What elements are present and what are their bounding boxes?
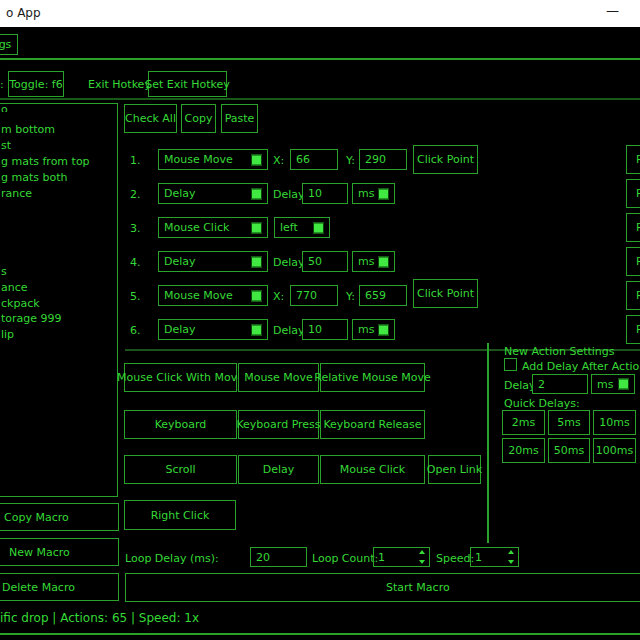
y-input[interactable] [359,149,407,170]
keyboard-press-button[interactable]: Keyboard Press [238,410,319,439]
open-link-button[interactable]: Open Link [428,455,481,484]
remove-action-button[interactable]: R [626,145,640,174]
start-macro-button[interactable]: Start Macro [125,573,640,602]
dropdown-indicator-icon [378,256,389,267]
list-item[interactable]: s [1,265,7,278]
status-bar-text: ific drop | Actions: 65 | Speed: 1x [0,611,199,625]
unit-dropdown[interactable]: ms [352,183,395,204]
x-input[interactable] [290,285,338,306]
quick-delay-10ms-button[interactable]: 10ms [593,410,636,435]
tab-settings[interactable]: gs [0,34,18,55]
action-type-dropdown[interactable]: Delay [158,319,268,340]
click-point-label: Click Point [417,287,474,300]
app-window: o App — gs : Toggle: f6 Exit Hotkey: Set… [0,0,640,640]
spinner-arrows-icon[interactable] [419,550,425,564]
list-item[interactable]: g mats from top [1,155,90,168]
y-input[interactable] [359,285,407,306]
action-type-dropdown[interactable]: Delay [158,183,268,204]
copy-macro-button[interactable]: Copy Macro [0,503,119,531]
spinner-arrows-icon[interactable] [508,550,514,564]
keyboard-release-button[interactable]: Keyboard Release [320,410,425,439]
list-item[interactable]: rance [1,187,32,200]
new-action-settings-title: New Action Settings [504,345,615,358]
relative-mouse-move-button[interactable]: Relative Mouse Move [320,363,425,392]
right-click-button[interactable]: Right Click [124,500,236,530]
toggle-hotkey-button[interactable]: Toggle: f6 [8,71,64,97]
speed-value: 1 [475,551,482,564]
speed-stepper[interactable]: 1 [470,547,519,567]
list-item[interactable]: g mats both [1,171,67,184]
remove-label: R [636,255,640,268]
mouse-click-button[interactable]: Mouse Click [320,455,425,484]
x-input[interactable] [290,149,338,170]
action-type-value: Delay [164,255,196,268]
new-macro-label: New Macro [9,546,70,559]
y-label: Y: [346,154,355,167]
mouse-move-button[interactable]: Mouse Move [238,363,319,392]
paste-button[interactable]: Paste [221,104,258,133]
action-type-dropdown[interactable]: Mouse Move [158,285,268,306]
quick-delay-20ms-button[interactable]: 20ms [502,438,545,463]
copy-button[interactable]: Copy [181,104,216,133]
loop-delay-input[interactable] [250,547,307,567]
minimize-icon[interactable]: — [606,3,619,18]
action-type-value: Delay [164,187,196,200]
click-point-button[interactable]: Click Point [413,279,478,308]
list-item[interactable]: lip [1,328,14,341]
action-type-value: Mouse Move [164,289,233,302]
delete-macro-button[interactable]: Delete Macro [0,573,119,601]
remove-action-button[interactable]: R [626,179,640,208]
unit-dropdown[interactable]: ms [352,251,395,272]
quick-delays-label: Quick Delays: [504,397,580,410]
action-type-dropdown[interactable]: Delay [158,251,268,272]
delay-input[interactable] [302,183,348,204]
nas-unit-value: ms [597,378,613,391]
delay-button[interactable]: Delay [238,455,319,484]
quick-delay-100ms-button[interactable]: 100ms [593,438,636,463]
copy-label: Copy [185,112,213,125]
list-item[interactable]: torage 999 [1,312,62,325]
remove-action-button[interactable]: R [626,315,640,344]
quick-delay-5ms-button[interactable]: 5ms [548,410,590,435]
mouse-button-value: left [280,221,298,234]
add-delay-checkbox-label: Add Delay After Action [522,360,640,373]
remove-action-button[interactable]: R [626,247,640,276]
remove-action-button[interactable]: R [626,213,640,242]
remove-label: R [636,323,640,336]
action-type-dropdown[interactable]: Mouse Move [158,149,268,170]
keyboard-button[interactable]: Keyboard [124,410,237,439]
nas-delay-input[interactable] [532,374,588,394]
list-item[interactable]: m bottom [1,123,55,136]
action-type-value: Mouse Move [164,153,233,166]
dropdown-indicator-icon [251,256,262,267]
remove-label: R [636,187,640,200]
click-point-button[interactable]: Click Point [413,145,478,174]
list-item[interactable]: o [1,103,8,112]
delay-input[interactable] [302,251,348,272]
quick-delay-50ms-button[interactable]: 50ms [548,438,590,463]
quick-delay-2ms-button[interactable]: 2ms [502,410,545,435]
window-title: o App [6,6,41,20]
remove-action-button[interactable]: R [626,281,640,310]
scroll-button[interactable]: Scroll [124,455,237,484]
list-item[interactable]: ckpack [1,297,40,310]
dropdown-indicator-icon [378,188,389,199]
dropdown-indicator-icon [251,222,262,233]
check-all-button[interactable]: Check All [124,104,177,133]
mouse-click-with-move-button[interactable]: Mouse Click With Move [124,363,237,392]
set-exit-hotkey-button[interactable]: Set Exit Hotkey [148,71,227,97]
action-type-dropdown[interactable]: Mouse Click [158,217,268,238]
row-number: 3. [130,222,141,235]
remove-label: R [636,289,640,302]
list-item[interactable]: ance [1,281,28,294]
nas-unit-dropdown[interactable]: ms [591,374,635,394]
loop-count-stepper[interactable]: 1 [373,547,430,567]
add-delay-checkbox[interactable] [504,358,517,371]
unit-dropdown[interactable]: ms [352,319,395,340]
new-macro-button[interactable]: New Macro [0,538,119,566]
row-number: 4. [130,256,141,269]
delay-input[interactable] [302,319,348,340]
macro-list-panel: o m bottom st g mats from top g mats bot… [0,103,118,497]
mouse-button-dropdown[interactable]: left [274,217,330,238]
list-item[interactable]: st [1,139,11,152]
